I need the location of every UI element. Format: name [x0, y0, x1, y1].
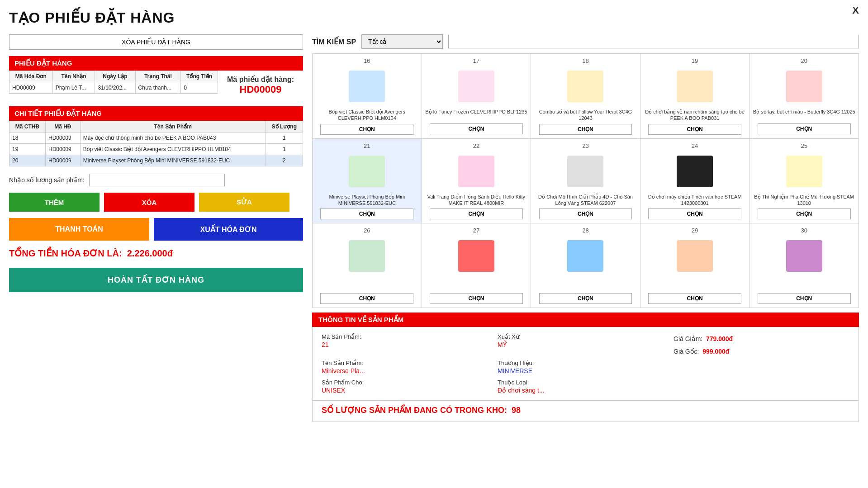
prod-num: 17 — [425, 57, 528, 64]
search-label: TÌM KIẾM SP — [312, 38, 356, 46]
chon-button-16[interactable]: CHỌN — [320, 124, 413, 135]
chon-button-21[interactable]: CHỌN — [320, 208, 413, 219]
info-thuoc-loai: Thuộc Loại: Đồ chơi sáng t... — [498, 379, 674, 394]
prod-name — [534, 278, 637, 291]
chon-button-23[interactable]: CHỌN — [539, 208, 632, 219]
prod-num: 29 — [643, 227, 747, 234]
chon-button-17[interactable]: CHỌN — [430, 123, 523, 134]
clear-order-button[interactable]: XÓA PHIẾU ĐẶT HÀNG — [9, 34, 303, 50]
product-card-16: 16 Bóp viết Classic Biệt đội Avengers CL… — [313, 54, 422, 139]
prod-color-bg — [567, 240, 603, 272]
prod-img — [643, 66, 747, 107]
product-card-27: 27 CHỌN — [422, 223, 531, 308]
edit-button[interactable]: SỬA — [199, 193, 289, 212]
chon-button-27[interactable]: CHỌN — [430, 293, 523, 304]
chon-button-22[interactable]: CHỌN — [430, 208, 523, 219]
chon-button-18[interactable]: CHỌN — [539, 124, 632, 135]
search-input[interactable] — [448, 35, 859, 48]
detail-ma-hd: HD00009 — [45, 155, 80, 166]
prod-name — [315, 278, 419, 291]
chon-button-24[interactable]: CHỌN — [648, 208, 741, 219]
prod-num: 20 — [752, 57, 856, 64]
prod-name: Bóp viết Classic Biệt đội Avengers CLEVE… — [315, 109, 419, 122]
product-card-29: 29 CHỌN — [640, 223, 750, 308]
prod-num: 25 — [752, 142, 856, 149]
prod-color-bg — [349, 156, 385, 187]
info-ten-sp: Tên Sản Phẩm: Miniverse Pla... — [322, 360, 498, 374]
product-card-25: 25 Bộ Thí Nghiệm Pha Chế Mùi Hương STEAM… — [749, 139, 859, 224]
info-san-pham-cho: Sản Phẩm Cho: UNISEX — [322, 379, 498, 394]
chon-button-20[interactable]: CHỌN — [758, 123, 851, 134]
pay-button[interactable]: THANH TOÁN — [9, 218, 149, 241]
prod-img — [534, 151, 637, 192]
detail-row[interactable]: 18 HD00009 Máy đọc chữ thông minh cho bé… — [9, 133, 303, 144]
delete-button[interactable]: XÓA — [104, 193, 194, 212]
detail-col-ma-hd: Mã HĐ — [45, 121, 80, 133]
page-title: TẠO PHIẾU ĐẶT HÀNG — [9, 9, 859, 26]
detail-col-ten-sp: Tên Sản Phẩm — [80, 121, 266, 133]
gia-giam-item: Giá Giảm: 779.000đ — [674, 335, 849, 342]
product-card-17: 17 Bộ lò Fancy Frozen CLEVERHIPPO BLF123… — [422, 54, 531, 139]
detail-ten-sp: Bóp viết Classic Biệt đội Avengers CLEVE… — [80, 144, 266, 155]
finish-button[interactable]: HOÀN TẤT ĐƠN HÀNG — [9, 268, 303, 292]
prod-img — [752, 151, 856, 192]
prod-num: 28 — [534, 227, 637, 234]
export-button[interactable]: XUẤT HÓA ĐƠN — [154, 218, 303, 241]
prod-img — [752, 236, 856, 276]
info-ma-sp-label: Mã Sản Phẩm: — [322, 333, 498, 340]
detail-ma-hd: HD00009 — [45, 144, 80, 155]
prod-color-bg — [458, 240, 494, 272]
product-card-24: 24 Đồ chơi máy chiếu Thiên văn học STEAM… — [640, 139, 750, 224]
action-buttons: THÊM XÓA SỬA — [9, 193, 303, 212]
detail-ten-sp: Miniverse Playset Phòng Bếp Mini MINIVER… — [80, 155, 266, 166]
chon-button-26[interactable]: CHỌN — [320, 293, 413, 304]
stock-label: SỐ LƯỢNG SẢN PHẨM ĐANG CÓ TRONG KHO: — [322, 406, 507, 415]
stock-row: SỐ LƯỢNG SẢN PHẨM ĐANG CÓ TRONG KHO: 98 — [312, 401, 859, 422]
chon-button-19[interactable]: CHỌN — [648, 124, 741, 135]
detail-ma-cthd: 20 — [9, 155, 46, 166]
detail-section-header: CHI TIẾT PHIẾU ĐẶT HÀNG — [9, 106, 303, 121]
prod-num: 30 — [752, 227, 856, 234]
col-ngay-lap: Ngày Lập — [95, 71, 135, 82]
gia-giam-label: Giá Giảm: — [674, 335, 702, 342]
prod-name: Bộ lò Fancy Frozen CLEVERHIPPO BLF1235 — [425, 109, 528, 121]
product-card-23: 23 Đồ Chơi Mô Hình Giải Phẫu 4D - Chó Sá… — [531, 139, 640, 224]
info-thuong-hieu: Thương Hiệu: MINIVERSE — [498, 360, 674, 374]
add-button[interactable]: THÊM — [9, 193, 100, 212]
payment-buttons: THANH TOÁN XUẤT HÓA ĐƠN — [9, 218, 303, 241]
info-thuoc-loai-label: Thuộc Loại: — [498, 379, 674, 386]
prod-color-bg — [677, 71, 713, 102]
gia-goc-label: Giá Gốc: — [674, 348, 699, 355]
detail-so-luong: 2 — [266, 155, 303, 166]
prod-num: 18 — [534, 57, 637, 64]
detail-col-ma-cthd: Mã CTHĐ — [9, 121, 46, 133]
prod-name: Vali Trang Điểm Hồng Sành Điệu Hello Kit… — [425, 194, 528, 207]
prod-color-bg — [677, 156, 713, 187]
prod-name: Đồ chơi bảng vẽ nam châm sáng tạo cho bé… — [643, 109, 747, 122]
prod-img — [425, 236, 528, 276]
info-ten-sp-value: Miniverse Pla... — [322, 367, 498, 374]
detail-ma-cthd: 18 — [9, 133, 46, 144]
close-button[interactable]: X — [852, 5, 859, 16]
order-row[interactable]: HD00009 Phạm Lê T... 31/10/202... Chưa t… — [9, 82, 218, 94]
product-card-28: 28 CHỌN — [531, 223, 640, 308]
info-ma-sp-value: 21 — [322, 341, 498, 348]
search-select[interactable]: Tất cảĐồ chơiVăn phòng phẩmBảng vẽ — [361, 34, 443, 49]
chon-button-30[interactable]: CHỌN — [758, 293, 851, 304]
prod-img — [534, 236, 637, 276]
detail-row[interactable]: 19 HD00009 Bóp viết Classic Biệt đội Ave… — [9, 144, 303, 155]
info-thuoc-loai-value: Đồ chơi sáng t... — [498, 387, 674, 394]
detail-row[interactable]: 20 HD00009 Miniverse Playset Phòng Bếp M… — [9, 155, 303, 166]
info-ten-sp-label: Tên Sản Phẩm: — [322, 360, 498, 366]
detail-table: Mã CTHĐ Mã HĐ Tên Sản Phẩm Số Lượng 18 H… — [9, 121, 303, 166]
qty-input[interactable] — [89, 174, 225, 186]
detail-ten-sp: Máy đọc chữ thông minh cho bé PEEK A BOO… — [80, 133, 266, 144]
chon-button-25[interactable]: CHỌN — [758, 208, 851, 219]
chon-button-28[interactable]: CHỌN — [539, 293, 632, 304]
order-tong-tien: 0 — [181, 82, 218, 94]
product-card-18: 18 Combo số và bút Follow Your Heart 3C4… — [531, 54, 640, 139]
prod-img — [643, 236, 747, 276]
chon-button-29[interactable]: CHỌN — [648, 293, 741, 304]
prod-img — [315, 236, 419, 276]
prod-img — [425, 151, 528, 192]
